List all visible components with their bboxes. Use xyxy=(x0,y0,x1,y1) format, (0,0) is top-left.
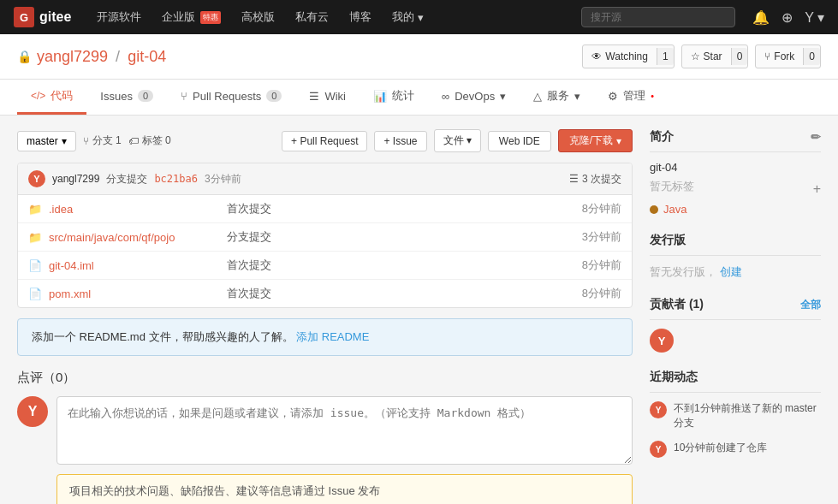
tab-issues[interactable]: Issues 0 xyxy=(86,80,167,115)
site-header: G gitee 开源软件 企业版特惠 高校版 私有云 博客 我的 ▾ 🔔 ⊕ Y… xyxy=(0,0,838,34)
clone-button[interactable]: 克隆/下载 ▾ xyxy=(558,129,633,152)
tab-pullrequests[interactable]: ⑂ Pull Requests 0 xyxy=(167,80,295,115)
tab-services[interactable]: △ 服务 ▾ xyxy=(520,80,594,115)
repo-toolbar: master ▾ ⑂ 分支 1 🏷 标签 0 + Pull Request + … xyxy=(17,129,633,152)
branch-selector[interactable]: master ▾ xyxy=(17,131,76,151)
comment-form: Y 项目相关的技术问题、缺陷报告、建议等信息请通过 Issue 发布 评论 0 … xyxy=(17,396,633,504)
summary-section: 简介 ✏ git-04 暂无标签 + Java xyxy=(650,129,821,216)
tag-count: 🏷 标签 0 xyxy=(128,133,171,148)
activity-avatar: Y xyxy=(650,401,667,418)
file-commit-msg: 分支提交 xyxy=(227,229,575,245)
language-badge: Java xyxy=(650,203,821,216)
nav-university[interactable]: 高校版 xyxy=(233,6,283,28)
file-name-link[interactable]: src/main/java/com/qf/pojo xyxy=(49,231,220,244)
eye-icon: 👁 xyxy=(591,50,602,62)
commit-hash: bc21ba6 xyxy=(154,173,198,185)
nav-private[interactable]: 私有云 xyxy=(287,6,337,28)
tab-stats[interactable]: 📊 统计 xyxy=(360,80,428,115)
user-icon[interactable]: Y ▾ xyxy=(805,9,824,26)
edit-icon[interactable]: ✏ xyxy=(811,130,821,144)
nav-mine[interactable]: 我的 ▾ xyxy=(383,6,432,28)
file-icon: 📄 xyxy=(28,259,42,272)
commit-info-row: Y yangl7299 分支提交 bc21ba6 3分钟前 ☰ 3 次提交 xyxy=(18,163,632,195)
service-icon: △ xyxy=(533,90,542,103)
repo-header: 🔒 yangl7299 / git-04 👁 Watching 1 ☆ Star… xyxy=(0,34,838,80)
watching-count: 1 xyxy=(657,48,674,65)
branch-count: ⑂ 分支 1 xyxy=(83,133,122,148)
commit-author-name: yangl7299 xyxy=(52,173,99,185)
brand-name: gitee xyxy=(39,9,71,25)
search-input[interactable] xyxy=(581,7,735,27)
issue-button[interactable]: + Issue xyxy=(374,131,426,151)
star-icon: ☆ xyxy=(691,50,700,62)
repo-name-link[interactable]: git-04 xyxy=(128,48,166,65)
tab-devops[interactable]: ∞ DevOps ▾ xyxy=(428,80,520,115)
pull-request-button[interactable]: + Pull Request xyxy=(282,131,367,151)
watching-button[interactable]: 👁 Watching 1 xyxy=(582,44,674,68)
fork-icon: ⑂ xyxy=(764,50,770,62)
star-button[interactable]: ☆ Star 0 xyxy=(681,44,749,68)
commit-author-avatar: Y xyxy=(28,170,45,187)
tab-wiki[interactable]: ☰ Wiki xyxy=(295,80,360,115)
branch-icon: ⑂ xyxy=(83,135,89,147)
file-commit-msg: 首次提交 xyxy=(227,286,575,301)
pr-icon: ⑂ xyxy=(181,90,187,103)
file-row: 📁 src/main/java/com/qf/pojo 分支提交 3分钟前 xyxy=(18,223,632,252)
webide-button[interactable]: Web IDE xyxy=(488,131,551,151)
repo-title: yangl7299 / git-04 xyxy=(37,48,166,66)
devops-icon: ∞ xyxy=(442,90,449,103)
releases-title: 发行版 xyxy=(650,233,821,256)
activity-avatar: Y xyxy=(650,441,667,458)
commit-count-icon: ☰ xyxy=(569,173,579,185)
file-name-link[interactable]: pom.xml xyxy=(49,288,220,300)
comment-textarea[interactable] xyxy=(56,396,633,465)
activity-item: Y 不到1分钟前推送了新的 master 分支 xyxy=(650,401,821,430)
releases-section: 发行版 暂无发行版， 创建 xyxy=(650,233,821,280)
comment-input-area: 项目相关的技术问题、缺陷报告、建议等信息请通过 Issue 发布 评论 0 / … xyxy=(56,396,633,504)
add-tag-icon[interactable]: + xyxy=(813,181,821,197)
bell-icon[interactable]: 🔔 xyxy=(752,9,770,26)
no-releases-text: 暂无发行版， xyxy=(650,265,716,278)
file-commit-msg: 首次提交 xyxy=(227,201,575,216)
content-left: master ▾ ⑂ 分支 1 🏷 标签 0 + Pull Request + … xyxy=(17,129,633,504)
repo-actions: 👁 Watching 1 ☆ Star 0 ⑂ Fork 0 xyxy=(582,44,821,68)
file-name-link[interactable]: git-04.iml xyxy=(49,259,220,272)
folder-icon: 📁 xyxy=(28,203,42,216)
comments-section: 点评（0） Y 项目相关的技术问题、缺陷报告、建议等信息请通过 Issue 发布… xyxy=(17,370,633,504)
file-time: 8分钟前 xyxy=(582,286,621,301)
nav-enterprise[interactable]: 企业版特惠 xyxy=(153,6,229,28)
contributors-section: 贡献者 (1) 全部 Y xyxy=(650,297,821,353)
tab-code[interactable]: </> 代码 xyxy=(17,80,86,115)
file-row: 📄 pom.xml 首次提交 8分钟前 xyxy=(18,280,632,307)
repo-tabs: </> 代码 Issues 0 ⑂ Pull Requests 0 ☰ Wiki… xyxy=(0,80,838,116)
repo-owner-link[interactable]: yangl7299 xyxy=(37,48,108,65)
plus-icon[interactable]: ⊕ xyxy=(782,9,793,26)
commit-time: 3分钟前 xyxy=(205,172,241,187)
code-icon: </> xyxy=(31,90,45,102)
add-readme-link[interactable]: 添加 README xyxy=(296,330,369,343)
pr-badge: 0 xyxy=(266,90,282,102)
nav-opensource[interactable]: 开源软件 xyxy=(88,6,150,28)
file-name-link[interactable]: .idea xyxy=(49,203,220,216)
file-table: Y yangl7299 分支提交 bc21ba6 3分钟前 ☰ 3 次提交 📁 … xyxy=(17,163,633,308)
file-row: 📄 git-04.iml 首次提交 8分钟前 xyxy=(18,252,632,280)
main-content: master ▾ ⑂ 分支 1 🏷 标签 0 + Pull Request + … xyxy=(0,116,838,504)
commit-type: 分支提交 xyxy=(106,172,147,187)
create-release-link[interactable]: 创建 xyxy=(720,265,742,278)
repo-name-display: git-04 xyxy=(650,161,821,174)
tag-icon: 🏷 xyxy=(128,135,139,147)
fork-button[interactable]: ⑂ Fork 0 xyxy=(755,44,821,68)
tab-manage[interactable]: ⚙ 管理• xyxy=(594,80,668,115)
no-tags-label: 暂无标签 xyxy=(650,179,694,194)
all-contributors-link[interactable]: 全部 xyxy=(800,298,821,312)
activity-title: 近期动态 xyxy=(650,370,821,393)
fork-count: 0 xyxy=(803,48,820,65)
brand-logo[interactable]: G gitee xyxy=(14,7,71,27)
folder-icon: 📁 xyxy=(28,231,42,244)
issues-badge: 0 xyxy=(138,90,153,102)
file-row: 📁 .idea 首次提交 8分钟前 xyxy=(18,195,632,223)
file-button[interactable]: 文件 ▾ xyxy=(434,129,481,152)
activity-item: Y 10分钟前创建了仓库 xyxy=(650,441,821,458)
gitee-logo-icon: G xyxy=(14,7,34,27)
nav-blog[interactable]: 博客 xyxy=(341,6,380,28)
